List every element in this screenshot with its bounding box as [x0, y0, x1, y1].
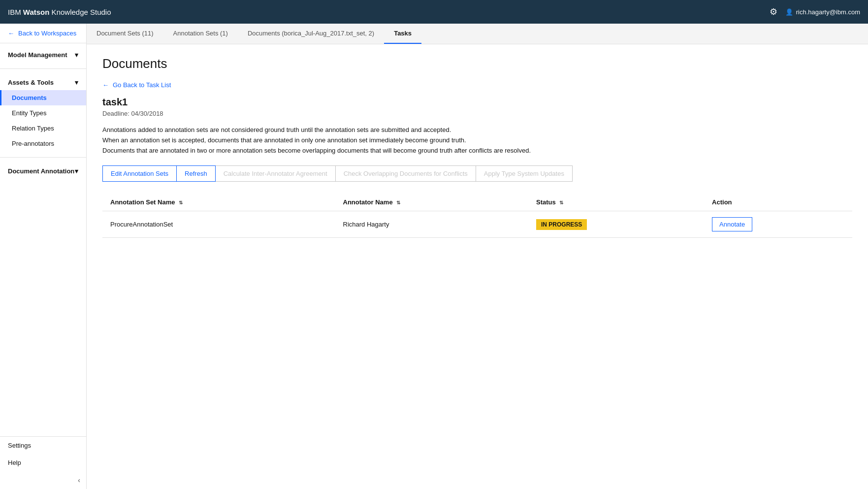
sidebar-item-entity-types[interactable]: Entity Types	[0, 105, 86, 121]
back-to-task-list-link[interactable]: ← Go Back to Task List	[102, 81, 852, 89]
edit-annotation-sets-button[interactable]: Edit Annotation Sets	[102, 165, 177, 182]
sort-icon[interactable]: ⇅	[559, 200, 563, 205]
sidebar-item-pre-annotators[interactable]: Pre-annotators	[0, 136, 86, 151]
status-badge: IN PROGRESS	[536, 219, 587, 230]
table-body: ProcureAnnotationSet Richard Hagarty IN …	[102, 211, 852, 238]
sort-icon[interactable]: ⇅	[179, 200, 183, 205]
info-text: Annotations added to annotation sets are…	[102, 125, 852, 156]
tabs-bar: Document Sets (11) Annotation Sets (1) D…	[87, 24, 868, 44]
top-nav-right: ⚙ 👤 rich.hagarty@ibm.com	[770, 6, 860, 17]
top-nav: IBM Watson Knowledge Studio ⚙ 👤 rich.hag…	[0, 0, 868, 24]
task-name: task1	[102, 97, 852, 108]
model-management-header[interactable]: Model Management ▾	[0, 47, 86, 63]
cell-action: Annotate	[704, 211, 852, 238]
gear-icon[interactable]: ⚙	[770, 6, 777, 17]
sidebar: ← Back to Workspaces Model Management ▾ …	[0, 24, 87, 489]
collapse-icon: ‹	[78, 476, 80, 484]
tab-document-sets[interactable]: Document Sets (11)	[87, 24, 163, 44]
annotation-sets-table: Annotation Set Name ⇅ Annotator Name ⇅ S…	[102, 194, 852, 238]
cell-annotator-name: Richard Hagarty	[335, 211, 528, 238]
col-action: Action	[704, 194, 852, 211]
table-header: Annotation Set Name ⇅ Annotator Name ⇅ S…	[102, 194, 852, 211]
assets-tools-section: Assets & Tools ▾ Documents Entity Types …	[0, 71, 86, 155]
assets-tools-header[interactable]: Assets & Tools ▾	[0, 75, 86, 90]
calculate-inter-annotator-button[interactable]: Calculate Inter-Annotator Agreement	[216, 165, 336, 182]
chevron-down-icon: ▾	[75, 167, 78, 175]
cell-status: IN PROGRESS	[528, 211, 704, 238]
brand-area: IBM Watson Knowledge Studio	[8, 8, 111, 16]
annotate-button[interactable]: Annotate	[712, 217, 752, 231]
back-arrow-icon: ←	[102, 81, 109, 89]
user-info: 👤 rich.hagarty@ibm.com	[785, 8, 860, 16]
model-management-section: Model Management ▾	[0, 43, 86, 66]
sort-icon[interactable]: ⇅	[396, 200, 400, 205]
sidebar-collapse-button[interactable]: ‹	[0, 471, 86, 489]
sidebar-item-relation-types[interactable]: Relation Types	[0, 121, 86, 136]
refresh-button[interactable]: Refresh	[177, 165, 216, 182]
table-row: ProcureAnnotationSet Richard Hagarty IN …	[102, 211, 852, 238]
tab-tasks[interactable]: Tasks	[384, 24, 421, 44]
app-layout: ← Back to Workspaces Model Management ▾ …	[0, 24, 868, 489]
sidebar-divider-2	[0, 157, 86, 158]
sidebar-divider	[0, 68, 86, 69]
table-header-row: Annotation Set Name ⇅ Annotator Name ⇅ S…	[102, 194, 852, 211]
task-deadline: Deadline: 04/30/2018	[102, 110, 852, 117]
chevron-down-icon: ▾	[75, 51, 78, 59]
sidebar-item-documents[interactable]: Documents	[0, 90, 86, 105]
page-title: Documents	[102, 56, 852, 71]
doc-annotation-header[interactable]: Document Annotation ▾	[0, 163, 86, 179]
user-name: rich.hagarty@ibm.com	[796, 8, 860, 16]
toolbar: Edit Annotation Sets Refresh Calculate I…	[102, 165, 852, 182]
doc-annotation-section: Document Annotation ▾	[0, 160, 86, 183]
chevron-down-icon: ▾	[75, 79, 78, 86]
sidebar-bottom: Settings Help ‹	[0, 436, 86, 489]
back-arrow-icon: ←	[8, 30, 14, 37]
col-annotation-set-name: Annotation Set Name ⇅	[102, 194, 335, 211]
col-status: Status ⇅	[528, 194, 704, 211]
col-annotator-name: Annotator Name ⇅	[335, 194, 528, 211]
main-content: Document Sets (11) Annotation Sets (1) D…	[87, 24, 868, 489]
sidebar-item-help[interactable]: Help	[0, 454, 86, 471]
user-icon: 👤	[785, 8, 793, 16]
tab-annotation-sets[interactable]: Annotation Sets (1)	[163, 24, 238, 44]
cell-annotation-set-name: ProcureAnnotationSet	[102, 211, 335, 238]
brand-text: IBM Watson Knowledge Studio	[8, 8, 111, 16]
apply-type-system-button[interactable]: Apply Type System Updates	[476, 165, 573, 182]
page-content: Documents ← Go Back to Task List task1 D…	[87, 44, 868, 250]
check-overlapping-button[interactable]: Check Overlapping Documents for Conflict…	[336, 165, 476, 182]
back-to-workspaces[interactable]: ← Back to Workspaces	[0, 24, 86, 43]
sidebar-item-settings[interactable]: Settings	[0, 437, 86, 454]
tab-documents[interactable]: Documents (borica_Jul-Aug_2017.txt_set, …	[238, 24, 384, 44]
